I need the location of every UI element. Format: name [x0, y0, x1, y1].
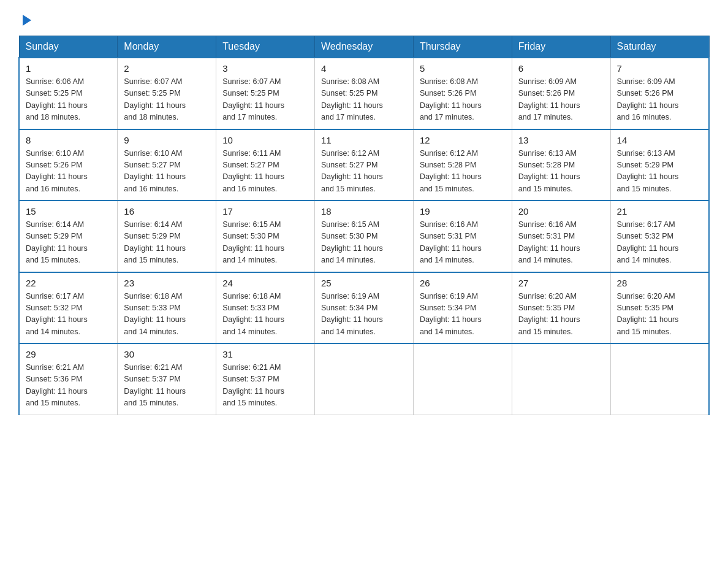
week-row-2: 8Sunrise: 6:10 AMSunset: 5:26 PMDaylight…	[19, 129, 709, 201]
day-cell: 3Sunrise: 6:07 AMSunset: 5:25 PMDaylight…	[216, 58, 315, 129]
day-info: Sunrise: 6:10 AMSunset: 5:26 PMDaylight:…	[26, 148, 111, 196]
day-number: 3	[222, 63, 308, 74]
day-cell: 25Sunrise: 6:19 AMSunset: 5:34 PMDayligh…	[315, 272, 414, 344]
day-cell: 23Sunrise: 6:18 AMSunset: 5:33 PMDayligh…	[118, 272, 216, 344]
week-row-5: 29Sunrise: 6:21 AMSunset: 5:36 PMDayligh…	[19, 343, 709, 415]
day-cell: 27Sunrise: 6:20 AMSunset: 5:35 PMDayligh…	[512, 272, 610, 344]
day-info: Sunrise: 6:16 AMSunset: 5:31 PMDaylight:…	[420, 219, 506, 267]
day-info: Sunrise: 6:17 AMSunset: 5:32 PMDaylight:…	[26, 291, 111, 339]
day-cell: 24Sunrise: 6:18 AMSunset: 5:33 PMDayligh…	[216, 272, 315, 344]
day-cell	[512, 343, 610, 415]
svg-marker-0	[23, 15, 31, 26]
day-cell: 29Sunrise: 6:21 AMSunset: 5:36 PMDayligh…	[19, 343, 118, 415]
day-number: 14	[617, 135, 702, 145]
day-number: 20	[518, 206, 604, 216]
day-info: Sunrise: 6:09 AMSunset: 5:26 PMDaylight:…	[518, 76, 604, 124]
day-info: Sunrise: 6:18 AMSunset: 5:33 PMDaylight:…	[124, 291, 210, 339]
day-cell	[315, 343, 414, 415]
day-cell: 19Sunrise: 6:16 AMSunset: 5:31 PMDayligh…	[413, 201, 512, 272]
day-info: Sunrise: 6:09 AMSunset: 5:26 PMDaylight:…	[617, 76, 702, 124]
day-info: Sunrise: 6:08 AMSunset: 5:26 PMDaylight:…	[420, 76, 506, 124]
day-header-sunday: Sunday	[19, 36, 118, 58]
day-number: 31	[222, 349, 308, 359]
day-cell: 16Sunrise: 6:14 AMSunset: 5:29 PMDayligh…	[118, 201, 216, 272]
day-info: Sunrise: 6:10 AMSunset: 5:27 PMDaylight:…	[124, 148, 210, 196]
day-info: Sunrise: 6:20 AMSunset: 5:35 PMDaylight:…	[518, 291, 604, 339]
day-number: 1	[26, 63, 111, 74]
day-info: Sunrise: 6:21 AMSunset: 5:36 PMDaylight:…	[26, 362, 111, 410]
day-number: 19	[420, 206, 506, 216]
day-info: Sunrise: 6:17 AMSunset: 5:32 PMDaylight:…	[617, 219, 702, 267]
day-info: Sunrise: 6:11 AMSunset: 5:27 PMDaylight:…	[222, 148, 308, 196]
day-header-thursday: Thursday	[413, 36, 512, 58]
day-number: 24	[222, 278, 308, 288]
day-number: 17	[222, 206, 308, 216]
day-info: Sunrise: 6:16 AMSunset: 5:31 PMDaylight:…	[518, 219, 604, 267]
day-headers-row: SundayMondayTuesdayWednesdayThursdayFrid…	[19, 36, 709, 58]
day-cell: 22Sunrise: 6:17 AMSunset: 5:32 PMDayligh…	[19, 272, 118, 344]
day-info: Sunrise: 6:15 AMSunset: 5:30 PMDaylight:…	[321, 219, 407, 267]
day-info: Sunrise: 6:14 AMSunset: 5:29 PMDaylight:…	[26, 219, 111, 267]
day-header-friday: Friday	[512, 36, 610, 58]
day-number: 13	[518, 135, 604, 145]
day-number: 26	[420, 278, 506, 288]
day-number: 18	[321, 206, 407, 216]
day-cell: 20Sunrise: 6:16 AMSunset: 5:31 PMDayligh…	[512, 201, 610, 272]
day-info: Sunrise: 6:21 AMSunset: 5:37 PMDaylight:…	[222, 362, 308, 410]
day-cell: 12Sunrise: 6:12 AMSunset: 5:28 PMDayligh…	[413, 129, 512, 201]
day-number: 25	[321, 278, 407, 288]
day-cell: 31Sunrise: 6:21 AMSunset: 5:37 PMDayligh…	[216, 343, 315, 415]
week-row-3: 15Sunrise: 6:14 AMSunset: 5:29 PMDayligh…	[19, 201, 709, 272]
day-number: 28	[617, 278, 702, 288]
day-number: 11	[321, 135, 407, 145]
page-header	[18, 12, 710, 25]
day-info: Sunrise: 6:13 AMSunset: 5:29 PMDaylight:…	[617, 148, 702, 196]
day-header-monday: Monday	[118, 36, 216, 58]
day-number: 29	[26, 349, 111, 359]
day-number: 2	[124, 63, 210, 74]
day-number: 9	[124, 135, 210, 145]
day-cell: 11Sunrise: 6:12 AMSunset: 5:27 PMDayligh…	[315, 129, 414, 201]
day-number: 15	[26, 206, 111, 216]
day-cell: 8Sunrise: 6:10 AMSunset: 5:26 PMDaylight…	[19, 129, 118, 201]
day-number: 10	[222, 135, 308, 145]
week-row-1: 1Sunrise: 6:06 AMSunset: 5:25 PMDaylight…	[19, 58, 709, 129]
day-number: 30	[124, 349, 210, 359]
day-cell: 26Sunrise: 6:19 AMSunset: 5:34 PMDayligh…	[413, 272, 512, 344]
day-number: 7	[617, 63, 702, 74]
day-info: Sunrise: 6:12 AMSunset: 5:28 PMDaylight:…	[420, 148, 506, 196]
day-cell: 17Sunrise: 6:15 AMSunset: 5:30 PMDayligh…	[216, 201, 315, 272]
day-cell	[610, 343, 709, 415]
day-info: Sunrise: 6:20 AMSunset: 5:35 PMDaylight:…	[617, 291, 702, 339]
day-cell: 21Sunrise: 6:17 AMSunset: 5:32 PMDayligh…	[610, 201, 709, 272]
day-info: Sunrise: 6:15 AMSunset: 5:30 PMDaylight:…	[222, 219, 308, 267]
day-cell: 6Sunrise: 6:09 AMSunset: 5:26 PMDaylight…	[512, 58, 610, 129]
day-number: 21	[617, 206, 702, 216]
day-info: Sunrise: 6:14 AMSunset: 5:29 PMDaylight:…	[124, 219, 210, 267]
day-cell: 2Sunrise: 6:07 AMSunset: 5:25 PMDaylight…	[118, 58, 216, 129]
day-cell	[413, 343, 512, 415]
day-info: Sunrise: 6:18 AMSunset: 5:33 PMDaylight:…	[222, 291, 308, 339]
day-info: Sunrise: 6:07 AMSunset: 5:25 PMDaylight:…	[222, 76, 308, 124]
day-cell: 14Sunrise: 6:13 AMSunset: 5:29 PMDayligh…	[610, 129, 709, 201]
day-cell: 15Sunrise: 6:14 AMSunset: 5:29 PMDayligh…	[19, 201, 118, 272]
day-number: 6	[518, 63, 604, 74]
day-info: Sunrise: 6:21 AMSunset: 5:37 PMDaylight:…	[124, 362, 210, 410]
logo	[18, 12, 34, 25]
week-row-4: 22Sunrise: 6:17 AMSunset: 5:32 PMDayligh…	[19, 272, 709, 344]
day-info: Sunrise: 6:08 AMSunset: 5:25 PMDaylight:…	[321, 76, 407, 124]
day-info: Sunrise: 6:06 AMSunset: 5:25 PMDaylight:…	[26, 76, 111, 124]
day-number: 12	[420, 135, 506, 145]
day-cell: 9Sunrise: 6:10 AMSunset: 5:27 PMDaylight…	[118, 129, 216, 201]
day-cell: 18Sunrise: 6:15 AMSunset: 5:30 PMDayligh…	[315, 201, 414, 272]
day-number: 4	[321, 63, 407, 74]
day-number: 22	[26, 278, 111, 288]
day-cell: 10Sunrise: 6:11 AMSunset: 5:27 PMDayligh…	[216, 129, 315, 201]
day-number: 16	[124, 206, 210, 216]
day-info: Sunrise: 6:07 AMSunset: 5:25 PMDaylight:…	[124, 76, 210, 124]
day-number: 5	[420, 63, 506, 74]
day-cell: 7Sunrise: 6:09 AMSunset: 5:26 PMDaylight…	[610, 58, 709, 129]
logo-arrow-icon	[20, 13, 34, 29]
calendar-table: SundayMondayTuesdayWednesdayThursdayFrid…	[18, 36, 710, 415]
day-header-saturday: Saturday	[610, 36, 709, 58]
